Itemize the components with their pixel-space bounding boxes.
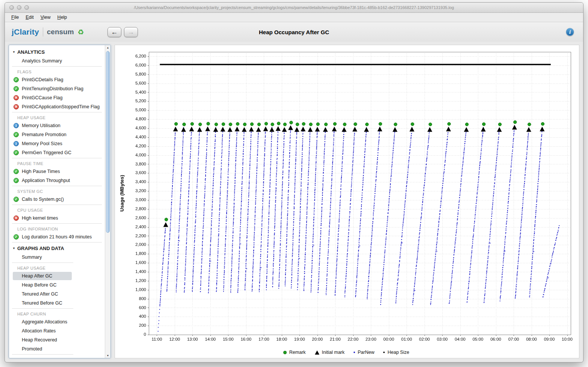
sidebar-group: LOG INFORMATION✓Log duration 21 hours 49… <box>12 224 102 243</box>
sidebar-item-calls-to-system-gc[interactable]: ✓Calls to System.gc() <box>12 195 102 204</box>
sidebar-item-allocation-rates[interactable]: Allocation Rates <box>12 326 73 335</box>
sidebar-heading-flags: FLAGS <box>12 67 102 75</box>
sidebar-heading-heap-usage: HEAP USAGE <box>12 113 102 121</box>
sidebar-group: Analytics Summary <box>12 56 102 67</box>
sidebar-group: PAUSE TIME✓High Pause Times✓Application … <box>12 159 102 186</box>
chart-panel: RemarkInitial markParNewHeap Size <box>115 45 579 358</box>
sidebar-section-graphs-and-data[interactable]: ▼GRAPHS AND DATA <box>9 243 105 253</box>
check-icon: ✓ <box>14 86 19 91</box>
legend-label: Heap Size <box>387 350 409 355</box>
jclarity-logo: jClarity <box>12 27 39 36</box>
sidebar-item-memory-utilisation[interactable]: iMemory Utilisation <box>12 121 102 130</box>
minimize-button[interactable] <box>17 5 21 10</box>
forward-button[interactable]: → <box>124 27 138 37</box>
sidebar-group: HEAP USAGEHeap After GCHeap Before GCTen… <box>12 264 73 309</box>
menu-help[interactable]: Help <box>54 14 71 21</box>
sidebar-item-tenured-before-gc[interactable]: Tenured Before GC <box>12 299 73 308</box>
page-title: Heap Occupancy After GC <box>259 29 329 35</box>
legend-heap-size: Heap Size <box>383 350 409 355</box>
legend-parnew: ParNew <box>354 350 374 355</box>
menu-view[interactable]: View <box>37 14 54 21</box>
check-icon: ✓ <box>14 132 19 137</box>
app-window: /Users/karianna/Documents/workspace/jcla… <box>5 2 583 362</box>
check-icon: ✓ <box>14 197 19 202</box>
sidebar-item-summary[interactable]: Summary <box>12 253 73 262</box>
scrollbar-thumb[interactable] <box>106 51 110 233</box>
info-icon[interactable]: i <box>566 28 574 36</box>
sidebar-item-application-throughput[interactable]: ✓Application Throughput <box>12 176 102 185</box>
back-button[interactable]: ← <box>107 27 121 37</box>
legend-initial-mark: Initial mark <box>315 350 345 355</box>
sidebar-item-label: Heap Before GC <box>22 282 56 288</box>
sidebar-heading-pause-time: PAUSE TIME <box>12 159 102 167</box>
sidebar-item-heap-after-gc[interactable]: Heap After GC <box>12 271 73 281</box>
sidebar-item-label: Application Throughput <box>22 178 70 183</box>
scroll-down-arrow-icon[interactable]: ▼ <box>105 354 110 357</box>
sidebar-scrollbar[interactable]: ▲ ▼ <box>105 45 110 358</box>
menu-file[interactable]: File <box>8 14 22 21</box>
sidebar-group: Summary <box>12 253 73 263</box>
sidebar-item-label: PrintTenuringDistribution Flag <box>22 86 83 91</box>
zoom-button[interactable] <box>24 5 29 10</box>
menu-edit[interactable]: Edit <box>22 14 37 21</box>
sidebar-item-label: Promoted <box>22 346 42 352</box>
sidebar-item-promoted[interactable]: Promoted <box>12 344 73 353</box>
sidebar-item-label: Calls to System.gc() <box>22 197 64 202</box>
sidebar-heading-system-gc: SYSTEM GC <box>12 187 102 195</box>
sidebar-item-printgcapplicationstoppedtime-flag[interactable]: ✕PrintGCApplicationStoppedTime Flag <box>12 102 102 111</box>
sidebar-item-high-pause-times[interactable]: ✓High Pause Times <box>12 167 102 176</box>
sidebar-item-analytics-summary[interactable]: Analytics Summary <box>12 56 102 65</box>
nav-buttons: ← → <box>107 27 138 37</box>
sidebar-group: SYSTEM GC✓Calls to System.gc() <box>12 187 102 205</box>
check-icon: ✓ <box>14 234 19 240</box>
sidebar-item-memory-pool-sizes[interactable]: iMemory Pool Sizes <box>12 139 102 148</box>
forward-arrow-icon: → <box>127 28 134 36</box>
check-icon: ✓ <box>14 150 19 155</box>
sidebar-item-label: PrintGCCause Flag <box>22 95 62 100</box>
legend-label: Initial mark <box>322 350 345 355</box>
sidebar-item-label: Premature Promotion <box>22 132 67 137</box>
sidebar-heading-cpu-usage: CPU USAGE <box>12 206 102 214</box>
brand-divider <box>43 27 43 36</box>
sidebar-item-label: Heap After GC <box>22 273 52 279</box>
initial-mark-marker-icon <box>315 350 319 355</box>
sidebar-item-printtenuringdistribution-flag[interactable]: ✓PrintTenuringDistribution Flag <box>12 84 102 93</box>
sidebar-item-tenured-after-gc[interactable]: Tenured After GC <box>12 290 73 299</box>
sidebar-group: FLAGS✓PrintGCDetails Flag✓PrintTenuringD… <box>12 67 102 112</box>
sidebar-item-label: PermGen Triggered GC <box>22 150 71 155</box>
legend-remark: Remark <box>283 350 306 355</box>
content: ▼ANALYTICSAnalytics SummaryFLAGS✓PrintGC… <box>5 42 583 362</box>
sidebar-heading-heap-usage: HEAP USAGE <box>12 264 73 271</box>
info-icon: i <box>14 123 19 128</box>
sidebar-item-heap-before-gc[interactable]: Heap Before GC <box>12 281 73 290</box>
window-controls <box>9 5 29 10</box>
scroll-up-arrow-icon[interactable]: ▲ <box>105 46 110 49</box>
heap-occupancy-chart[interactable] <box>116 47 577 347</box>
sidebar-item-label: Analytics Summary <box>22 58 62 64</box>
titlebar: /Users/karianna/Documents/workspace/jcla… <box>5 3 583 13</box>
sidebar-section-analytics[interactable]: ▼ANALYTICS <box>9 47 105 56</box>
sidebar-item-permgen-triggered-gc[interactable]: ✓PermGen Triggered GC <box>12 148 102 157</box>
heap-size-marker-icon <box>383 352 385 353</box>
sidebar-item-heap-recovered[interactable]: Heap Recovered <box>12 335 73 344</box>
section-title: ANALYTICS <box>17 49 45 55</box>
check-icon: ✓ <box>14 178 19 183</box>
chart-legend: RemarkInitial markParNewHeap Size <box>116 347 577 357</box>
collapse-caret-icon: ▼ <box>12 247 15 250</box>
sidebar-item-aggregate-allocations[interactable]: Aggregate Allocations <box>12 317 73 326</box>
sidebar-item-label: PrintGCApplicationStoppedTime Flag <box>22 104 100 109</box>
sidebar-group: CPU USAGE✕High kernel times <box>12 206 102 224</box>
sidebar-item-premature-promotion[interactable]: ✓Premature Promotion <box>12 130 102 139</box>
error-icon: ✕ <box>14 215 19 221</box>
sidebar-item-label: Memory Pool Sizes <box>22 141 62 146</box>
sidebar-item-label: Aggregate Allocations <box>22 319 67 325</box>
sidebar-item-printgccause-flag[interactable]: ✕PrintGCCause Flag <box>12 93 102 102</box>
sidebar-group: HEAP CHURNAggregate AllocationsAllocatio… <box>12 309 73 355</box>
remark-marker-icon <box>283 351 287 354</box>
close-button[interactable] <box>9 5 14 10</box>
sidebar-item-log-duration-21-hours-49-minutes[interactable]: ✓Log duration 21 hours 49 minutes <box>12 232 102 241</box>
sidebar-item-label: High Pause Times <box>22 169 60 174</box>
sidebar-item-high-kernel-times[interactable]: ✕High kernel times <box>12 214 102 223</box>
brand: jClarity censum ♻ <box>12 27 84 36</box>
sidebar-item-printgcdetails-flag[interactable]: ✓PrintGCDetails Flag <box>12 75 102 84</box>
